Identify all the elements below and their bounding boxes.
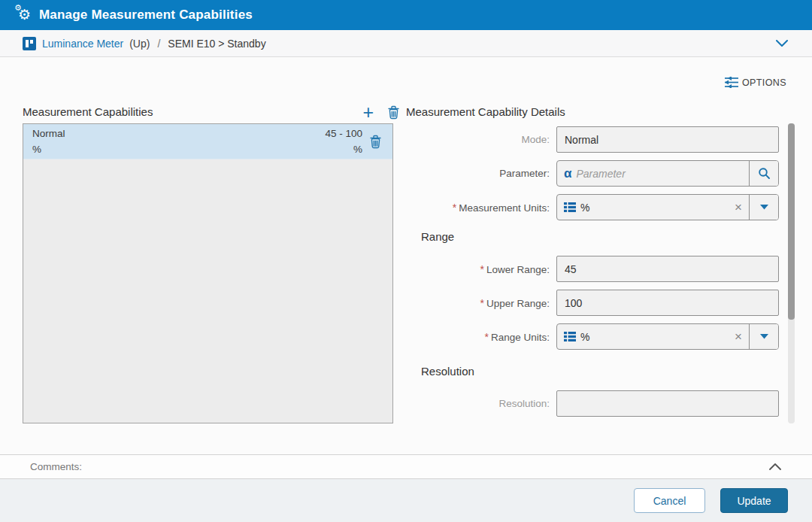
options-sliders-icon <box>725 77 738 88</box>
upper-range-row: *Upper Range: <box>406 290 786 316</box>
resolution-label: Resolution: <box>406 398 556 409</box>
comments-collapse-chevron-icon[interactable] <box>767 461 783 472</box>
dialog-footer: Cancel Update <box>0 479 812 522</box>
gears-icon: ⚙ ⚙ <box>15 6 35 24</box>
measurement-units-label: *Measurement Units: <box>406 202 556 214</box>
parameter-label: Parameter: <box>406 168 556 179</box>
equipment-icon <box>23 37 36 50</box>
trash-icon <box>387 105 400 120</box>
list-icon <box>557 332 580 341</box>
breadcrumb-equipment-link[interactable]: Luminance Meter <box>42 38 123 50</box>
breadcrumb-up-label[interactable]: (Up) <box>129 38 150 50</box>
upper-range-label: *Upper Range: <box>406 297 556 309</box>
comments-label: Comments: <box>30 461 82 472</box>
add-capability-button[interactable]: + <box>361 105 375 120</box>
capability-mode: Normal <box>32 128 325 139</box>
measurement-units-dropdown-button[interactable] <box>749 195 778 220</box>
list-icon <box>557 202 580 212</box>
mode-row: Mode: <box>406 126 786 153</box>
window-titlebar: ⚙ ⚙ Manage Measurement Capabilities <box>0 0 812 30</box>
measurement-units-row: *Measurement Units: % × <box>406 194 786 220</box>
parameter-search-button[interactable] <box>749 161 778 186</box>
comments-section[interactable]: Comments: <box>0 454 812 479</box>
resolution-section-heading: Resolution <box>421 365 786 378</box>
options-button[interactable]: OPTIONS <box>723 75 788 90</box>
capability-details-panel: Measurement Capability Details Mode: Par… <box>406 105 786 424</box>
clear-icon[interactable]: × <box>728 201 749 214</box>
capability-item-left: Normal % <box>32 128 325 155</box>
upper-range-input[interactable] <box>556 290 779 316</box>
range-units-value: % <box>580 331 728 343</box>
scrollbar-thumb[interactable] <box>788 123 795 320</box>
capabilities-list[interactable]: Normal % 45 - 100 % <box>23 123 393 423</box>
main-content: OPTIONS Measurement Capabilities + <box>0 57 812 454</box>
manage-measurement-capabilities-window: ⚙ ⚙ Manage Measurement Capabilities Lumi… <box>0 0 812 522</box>
range-units-field[interactable]: % × <box>556 323 779 350</box>
parameter-field: α <box>556 160 779 187</box>
mode-label: Mode: <box>406 134 556 145</box>
delete-capability-row-button[interactable] <box>362 135 388 149</box>
mode-input <box>556 126 779 153</box>
breadcrumb: Luminance Meter (Up) / SEMI E10 > Standb… <box>0 30 812 57</box>
delete-capability-button[interactable] <box>387 105 400 120</box>
capability-range: 45 - 100 <box>325 128 362 139</box>
parameter-row: Parameter: α <box>406 160 786 187</box>
capability-item-right: 45 - 100 % <box>325 128 362 155</box>
lower-range-input[interactable] <box>556 256 779 282</box>
capability-range-units: % <box>353 144 362 155</box>
details-title: Measurement Capability Details <box>406 105 786 120</box>
range-units-row: *Range Units: % × <box>406 323 786 350</box>
capabilities-panel-header: Measurement Capabilities + <box>23 105 400 120</box>
capability-list-item-selected[interactable]: Normal % 45 - 100 % <box>23 124 392 159</box>
range-units-label: *Range Units: <box>406 331 556 343</box>
trash-icon <box>369 135 382 149</box>
resolution-input <box>556 390 779 417</box>
details-scrollbar[interactable] <box>788 123 795 423</box>
dropdown-arrow-icon <box>760 334 768 339</box>
dropdown-arrow-icon <box>760 205 768 210</box>
range-units-dropdown-button[interactable] <box>749 324 778 349</box>
options-label: OPTIONS <box>742 77 786 88</box>
capabilities-list-title: Measurement Capabilities <box>23 105 153 120</box>
breadcrumb-collapse-chevron-icon[interactable] <box>774 37 789 50</box>
search-icon <box>758 167 771 180</box>
cancel-button[interactable]: Cancel <box>634 488 705 513</box>
lower-range-label: *Lower Range: <box>406 263 556 275</box>
parameter-input[interactable] <box>576 168 749 180</box>
capabilities-panel: Measurement Capabilities + <box>23 105 393 423</box>
lower-range-row: *Lower Range: <box>406 256 786 282</box>
clear-icon[interactable]: × <box>728 330 749 343</box>
update-button[interactable]: Update <box>720 488 788 513</box>
range-section-heading: Range <box>421 230 786 243</box>
resolution-row: Resolution: <box>406 390 786 417</box>
breadcrumb-path: SEMI E10 > Standby <box>168 38 265 50</box>
alpha-icon: α <box>557 167 576 180</box>
measurement-units-field[interactable]: % × <box>556 194 779 220</box>
gear-small-glyph: ⚙ <box>14 3 22 12</box>
breadcrumb-separator: / <box>157 38 160 50</box>
capability-units: % <box>32 144 325 155</box>
measurement-units-value: % <box>580 202 728 214</box>
window-title: Manage Measurement Capabilities <box>39 8 253 23</box>
